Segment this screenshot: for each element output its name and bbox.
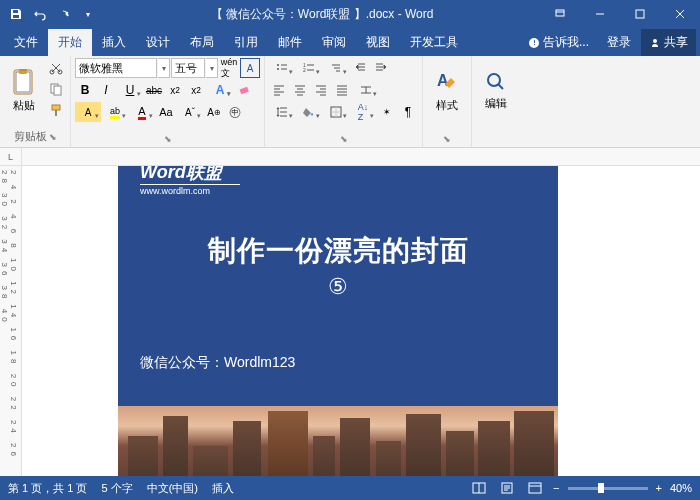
- tab-insert[interactable]: 插入: [92, 29, 136, 56]
- font-launcher-icon[interactable]: ⬊: [164, 134, 172, 144]
- editing-button[interactable]: 编辑: [476, 58, 516, 122]
- line-spacing-button[interactable]: [269, 102, 295, 122]
- grow-font-button[interactable]: Aa: [156, 102, 176, 122]
- print-layout-icon[interactable]: [497, 479, 517, 497]
- numbering-button[interactable]: 12: [296, 58, 322, 78]
- close-button[interactable]: [660, 0, 700, 28]
- ribbon-options-icon[interactable]: [540, 0, 580, 28]
- subscript-button[interactable]: x2: [165, 80, 185, 100]
- justify-button[interactable]: [332, 80, 352, 100]
- multilevel-button[interactable]: [323, 58, 349, 78]
- read-mode-icon[interactable]: [469, 479, 489, 497]
- tab-mailings[interactable]: 邮件: [268, 29, 312, 56]
- change-case-button[interactable]: Aˇ: [177, 102, 203, 122]
- ribbon-tabs: 文件 开始 插入 设计 布局 引用 邮件 审阅 视图 开发工具 告诉我... 登…: [0, 28, 700, 56]
- tab-review[interactable]: 审阅: [312, 29, 356, 56]
- zoom-in-button[interactable]: +: [656, 482, 662, 494]
- align-right-button[interactable]: [311, 80, 331, 100]
- tab-references[interactable]: 引用: [224, 29, 268, 56]
- vertical-ruler[interactable]: L 2 4 2 4 6 8 10 12 14 16 18 20 22 24 26…: [0, 148, 22, 476]
- zoom-out-button[interactable]: −: [553, 482, 559, 494]
- svg-point-13: [277, 68, 279, 70]
- font-size-combo[interactable]: 五号: [171, 58, 205, 78]
- document-canvas[interactable]: Word联盟 www.wordlm.com 制作一份漂亮的封面 ⑤ 微信公众号：…: [22, 166, 700, 476]
- align-left-button[interactable]: [269, 80, 289, 100]
- zoom-slider[interactable]: [568, 487, 648, 490]
- increase-indent-button[interactable]: [371, 58, 391, 78]
- distribute-button[interactable]: [353, 80, 379, 100]
- superscript-button[interactable]: x2: [186, 80, 206, 100]
- tab-design[interactable]: 设计: [136, 29, 180, 56]
- web-layout-icon[interactable]: [525, 479, 545, 497]
- clipboard-group-label: 剪贴板: [14, 129, 47, 144]
- zoom-thumb[interactable]: [598, 483, 604, 493]
- italic-button[interactable]: I: [96, 80, 116, 100]
- tab-file[interactable]: 文件: [4, 29, 48, 56]
- tab-view[interactable]: 视图: [356, 29, 400, 56]
- tell-me-search[interactable]: 告诉我...: [520, 29, 597, 56]
- tell-me-label: 告诉我...: [543, 34, 589, 51]
- word-count[interactable]: 5 个字: [101, 481, 132, 496]
- login-link[interactable]: 登录: [597, 29, 641, 56]
- align-center-button[interactable]: [290, 80, 310, 100]
- styles-launcher-icon[interactable]: ⬊: [443, 134, 451, 144]
- clear-format-button[interactable]: [234, 80, 254, 100]
- document-area: L 2 4 2 4 6 8 10 12 14 16 18 20 22 24 26…: [0, 148, 700, 476]
- group-font: 微软雅黑▾ 五号▾ wén文 A B I U abc x2 x2 A A: [71, 56, 265, 147]
- font-name-combo[interactable]: 微软雅黑: [75, 58, 157, 78]
- circle-char-button[interactable]: ㊥: [225, 102, 245, 122]
- undo-icon[interactable]: [32, 6, 48, 22]
- tab-developer[interactable]: 开发工具: [400, 29, 468, 56]
- insert-mode[interactable]: 插入: [212, 481, 234, 496]
- show-marks-button[interactable]: ✶: [377, 102, 397, 122]
- decrease-indent-button[interactable]: [350, 58, 370, 78]
- maximize-button[interactable]: [620, 0, 660, 28]
- city-image: [118, 406, 558, 476]
- tab-layout[interactable]: 布局: [180, 29, 224, 56]
- phonetic-guide-button[interactable]: wén文: [219, 58, 239, 78]
- svg-text:2: 2: [303, 67, 306, 73]
- format-painter-button[interactable]: [46, 100, 66, 120]
- font-color-button[interactable]: A: [129, 102, 155, 122]
- ruler-v-numbers: 2 4 2 4 6 8 10 12 14 16 18 20 22 24 26 2…: [0, 166, 18, 476]
- character-border-button[interactable]: A: [240, 58, 260, 78]
- share-button[interactable]: 共享: [641, 29, 696, 56]
- borders-button[interactable]: [323, 102, 349, 122]
- svg-rect-10: [55, 110, 57, 116]
- text-effects-button[interactable]: A: [207, 80, 233, 100]
- paragraph-mark-button[interactable]: ¶: [398, 102, 418, 122]
- svg-rect-8: [54, 86, 61, 95]
- cover-logo-text: Word联盟: [140, 166, 222, 182]
- qat-customize-icon[interactable]: ▾: [80, 6, 96, 22]
- highlight-button[interactable]: ab: [102, 102, 128, 122]
- svg-rect-1: [636, 10, 644, 18]
- paste-button[interactable]: 粘贴: [4, 58, 44, 122]
- horizontal-ruler[interactable]: [22, 148, 700, 166]
- shading-button[interactable]: [296, 102, 322, 122]
- bullets-button[interactable]: [269, 58, 295, 78]
- cut-button[interactable]: [46, 58, 66, 78]
- minimize-button[interactable]: [580, 0, 620, 28]
- font-size-drop-icon[interactable]: ▾: [206, 58, 218, 78]
- sort-button[interactable]: A↓Z: [350, 102, 376, 122]
- group-paragraph: 12 A↓Z ✶ ¶: [265, 56, 423, 147]
- underline-button[interactable]: U: [117, 80, 143, 100]
- copy-button[interactable]: [46, 79, 66, 99]
- save-icon[interactable]: [8, 6, 24, 22]
- strikethrough-button[interactable]: abc: [144, 80, 164, 100]
- paragraph-launcher-icon[interactable]: ⬊: [340, 134, 348, 144]
- zoom-level[interactable]: 40%: [670, 482, 692, 494]
- char-shading-button[interactable]: A: [75, 102, 101, 122]
- bold-button[interactable]: B: [75, 80, 95, 100]
- styles-button[interactable]: A 样式: [427, 58, 467, 122]
- svg-rect-9: [52, 105, 60, 110]
- language-indicator[interactable]: 中文(中国): [147, 481, 198, 496]
- tab-home[interactable]: 开始: [48, 29, 92, 56]
- cover-title: 制作一份漂亮的封面: [140, 232, 536, 270]
- enclose-char-button[interactable]: A⊕: [204, 102, 224, 122]
- redo-icon[interactable]: [56, 6, 72, 22]
- clipboard-launcher-icon[interactable]: ⬊: [49, 132, 57, 142]
- font-name-drop-icon[interactable]: ▾: [158, 58, 170, 78]
- window-controls: [540, 0, 700, 28]
- page-indicator[interactable]: 第 1 页，共 1 页: [8, 481, 87, 496]
